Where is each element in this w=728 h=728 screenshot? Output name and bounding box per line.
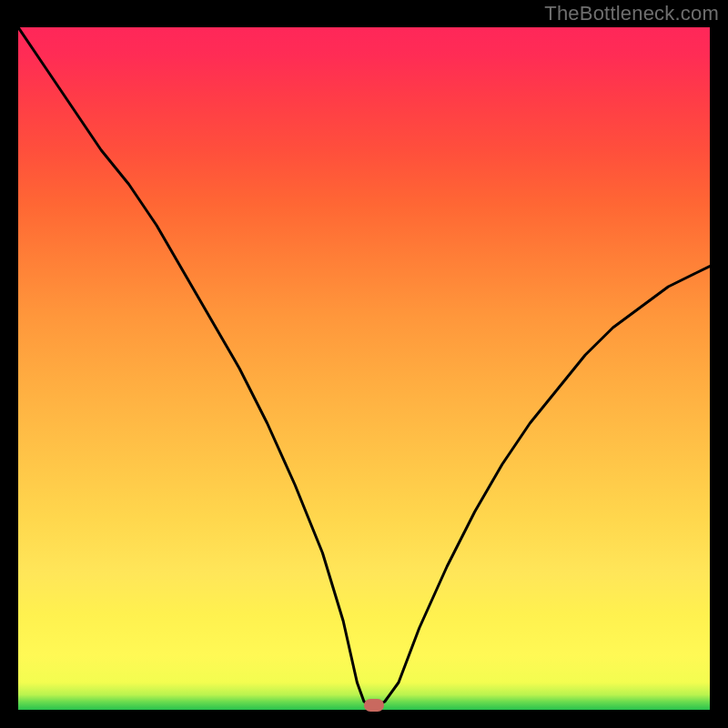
chart-frame: TheBottleneck.com: [0, 0, 728, 728]
watermark-label: TheBottleneck.com: [544, 2, 719, 25]
bottleneck-curve: [18, 27, 710, 710]
plot-area: [18, 27, 710, 710]
curve-path: [18, 27, 710, 705]
optimum-marker: [364, 699, 384, 712]
